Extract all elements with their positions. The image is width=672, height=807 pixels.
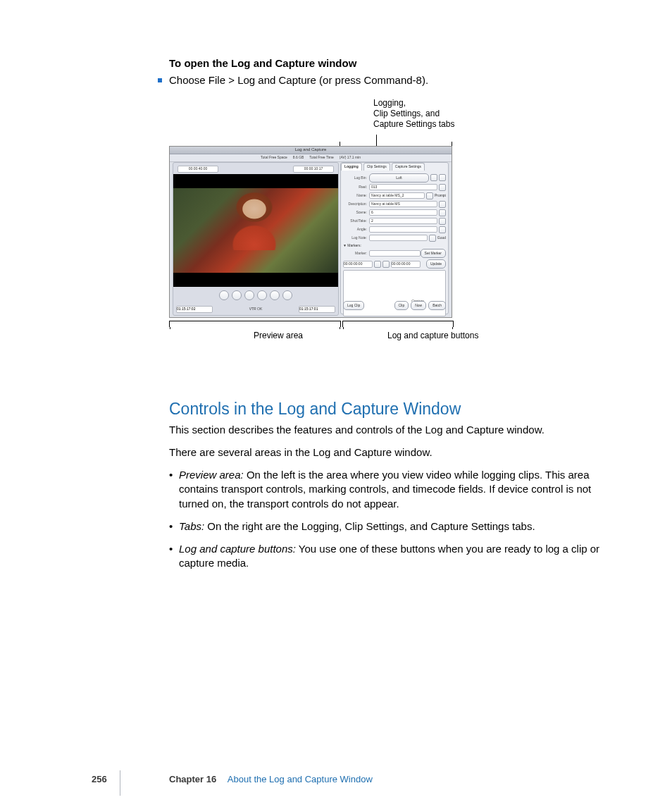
page-footer: 256 Chapter 16 About the Log and Capture…	[0, 772, 672, 786]
list-item: •Log and capture buttons: You use one of…	[169, 542, 620, 571]
preview-area: 00:00:40:00 00:00:10:17	[173, 162, 339, 316]
footer-rule	[120, 770, 120, 796]
marker-tc2[interactable]: 00:00:00:00	[391, 261, 421, 268]
reel-label: Reel:	[343, 185, 369, 190]
log-bin-label: Log Bin:	[343, 175, 369, 180]
stop-button[interactable]	[244, 290, 254, 300]
transport-controls	[173, 288, 338, 302]
step-text: Choose File > Log and Capture (or press …	[169, 73, 620, 87]
list-item: •Preview area: On the left is the area w…	[169, 468, 620, 511]
capture-clip-button[interactable]: Clip	[394, 301, 409, 310]
term: Preview area:	[179, 469, 244, 481]
tab-clip-settings[interactable]: Clip Settings	[363, 163, 390, 171]
figure: Logging, Clip Settings, and Capture Sett…	[169, 98, 620, 352]
description-input[interactable]: Nancy at table MS	[369, 201, 437, 207]
window-titlebar: Log and Capture	[170, 147, 452, 154]
timecode-bottom-right[interactable]: 01:15:17:01	[299, 306, 335, 313]
description-label: Description:	[343, 202, 369, 207]
tab-bar: Logging Clip Settings Capture Settings	[341, 163, 448, 171]
capture-now-button[interactable]: Now	[411, 301, 426, 310]
name-label: Name:	[343, 193, 369, 198]
step-row: Choose File > Log and Capture (or press …	[169, 73, 620, 87]
free-time-value: (AV) 17.1 min	[340, 155, 361, 160]
callout-buttons-label: Log and capture buttons	[387, 330, 478, 341]
new-bin-button[interactable]	[439, 174, 446, 181]
deck-status: VTR OK	[249, 307, 263, 312]
set-marker-button[interactable]: Set Marker	[421, 249, 446, 258]
description-list: •Preview area: On the left is the area w…	[169, 468, 620, 571]
term: Log and capture buttons:	[179, 543, 296, 555]
marker-row: Marker:Set Marker 00:00:00:0000:00:00:00…	[341, 247, 448, 269]
up-button[interactable]	[430, 174, 437, 181]
next-button[interactable]	[270, 290, 280, 300]
timecode-top-left[interactable]: 00:00:40:00	[178, 166, 218, 173]
reel-input[interactable]: 013	[369, 184, 437, 190]
window-header: Total Free Space 8.6 GB Total Free Time …	[170, 154, 452, 162]
chapter-number: Chapter 16	[169, 774, 216, 784]
chapter-info: Chapter 16 About the Log and Capture Win…	[169, 773, 373, 786]
callout-line3: Capture Settings tabs	[373, 119, 454, 129]
marker-label: Marker:	[343, 251, 369, 256]
free-time-label: Total Free Time	[309, 155, 333, 160]
prev-button[interactable]	[232, 290, 242, 300]
callout-preview-label: Preview area	[254, 330, 303, 341]
content-column: To open the Log and Capture window Choos…	[169, 56, 620, 579]
marker-out-button[interactable]	[382, 261, 390, 268]
callout-line2: Clip Settings, and	[373, 109, 440, 118]
video-frame	[173, 174, 338, 287]
section-intro1: This section describes the features and …	[169, 423, 620, 437]
bracket-buttons	[342, 321, 454, 327]
rewind-button[interactable]	[219, 290, 229, 300]
shot-slate-button[interactable]	[439, 218, 446, 225]
desc-slate-button[interactable]	[439, 201, 446, 208]
chapter-title: About the Log and Capture Window	[228, 774, 373, 784]
tab-capture-settings[interactable]: Capture Settings	[392, 163, 425, 171]
list-item: •Tabs: On the right are the Logging, Cli…	[169, 519, 620, 534]
log-clip-button[interactable]: Log Clip	[343, 301, 364, 310]
angle-input[interactable]	[369, 226, 437, 233]
bracket-preview	[169, 321, 341, 327]
timecode-bottom-left[interactable]: 01:15:17:02	[176, 306, 213, 313]
markers-header[interactable]: ▼ Markers:	[343, 243, 446, 248]
preview-footer: 01:15:17:02 VTR OK 01:15:17:01	[173, 304, 338, 315]
scene-slate-button[interactable]	[439, 209, 446, 216]
capture-bar: Log Clip Clip Now Batch	[343, 300, 446, 312]
angle-label: Angle:	[343, 227, 369, 232]
log-capture-window: Log and Capture Total Free Space 8.6 GB …	[169, 146, 452, 318]
screenshot: Log and Capture Total Free Space 8.6 GB …	[169, 146, 452, 318]
page-number: 256	[92, 773, 107, 786]
right-panel: Logging Clip Settings Capture Settings L…	[340, 162, 449, 314]
prompt-checkbox[interactable]	[426, 192, 433, 199]
update-marker-button[interactable]: Update	[426, 259, 446, 269]
square-bullet-icon	[158, 78, 162, 82]
reel-slate-button[interactable]	[439, 184, 446, 191]
scene-input[interactable]: 6	[369, 209, 437, 216]
term-text: On the right are the Logging, Clip Setti…	[204, 520, 535, 532]
good-checkbox[interactable]	[429, 235, 436, 242]
capture-batch-button[interactable]: Batch	[428, 301, 446, 310]
prompt-label: Prompt	[435, 193, 446, 198]
shot-take-input[interactable]: 2	[369, 218, 437, 224]
section-body: Controls in the Log and Capture Window T…	[169, 398, 620, 571]
good-label: Good	[437, 235, 446, 240]
marker-tc1[interactable]: 00:00:00:00	[343, 261, 373, 268]
log-note-label: Log Note:	[343, 235, 369, 240]
name-input[interactable]: Nancy at table MS_2	[369, 192, 425, 199]
free-space-label: Total Free Space	[261, 155, 287, 160]
callout-tabs: Logging, Clip Settings, and Capture Sett…	[373, 98, 514, 130]
section-title: Controls in the Log and Capture Window	[169, 398, 620, 420]
ff-button[interactable]	[282, 290, 292, 300]
callout-line1: Logging,	[373, 98, 406, 108]
marker-input[interactable]	[369, 250, 421, 257]
log-bin-button[interactable]: Loft	[369, 173, 429, 183]
logging-fields: Log Bin:Loft Reel:013 Name:Nancy at tabl…	[341, 171, 448, 242]
tab-logging[interactable]: Logging	[341, 163, 362, 171]
term: Tabs:	[179, 520, 204, 532]
play-button[interactable]	[257, 290, 267, 300]
shot-take-label: Shot/Take:	[343, 218, 369, 223]
section-intro2: There are several areas in the Log and C…	[169, 445, 620, 460]
timecode-top-right[interactable]: 00:00:10:17	[293, 166, 334, 173]
angle-slate-button[interactable]	[439, 226, 446, 233]
log-note-input[interactable]	[369, 235, 428, 241]
marker-in-button[interactable]	[374, 261, 381, 268]
